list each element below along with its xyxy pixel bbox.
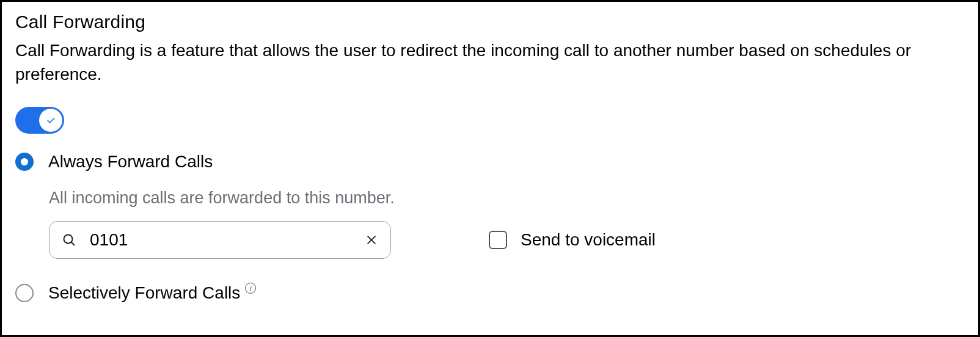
call-forwarding-panel: Call Forwarding Call Forwarding is a fea… <box>0 0 980 337</box>
info-icon[interactable]: i <box>245 283 256 294</box>
enable-toggle[interactable] <box>15 107 64 134</box>
always-hint: All incoming calls are forwarded to this… <box>49 189 965 208</box>
panel-title: Call Forwarding <box>15 12 965 32</box>
svg-point-0 <box>64 235 73 244</box>
voicemail-checkbox[interactable] <box>489 231 507 249</box>
check-icon <box>45 115 56 126</box>
option-selective-labelwrap: Selectively Forward Calls i <box>48 283 256 303</box>
option-selective-row: Selectively Forward Calls i <box>15 283 965 303</box>
forward-number-field-wrap <box>49 221 391 259</box>
svg-line-1 <box>71 242 75 245</box>
option-always-label: Always Forward Calls <box>48 152 213 172</box>
radio-selective[interactable] <box>15 284 34 302</box>
always-block: All incoming calls are forwarded to this… <box>49 189 965 259</box>
clear-icon[interactable] <box>365 233 378 247</box>
input-row: Send to voicemail <box>49 221 965 259</box>
search-icon <box>62 233 76 247</box>
voicemail-label: Send to voicemail <box>521 230 656 250</box>
option-selective-label: Selectively Forward Calls <box>48 283 240 303</box>
voicemail-wrap: Send to voicemail <box>489 230 656 250</box>
radio-always[interactable] <box>15 153 34 171</box>
toggle-knob <box>39 109 62 132</box>
panel-description: Call Forwarding is a feature that allows… <box>15 38 965 86</box>
forward-number-input[interactable] <box>90 230 351 250</box>
option-always-row: Always Forward Calls <box>15 152 965 172</box>
